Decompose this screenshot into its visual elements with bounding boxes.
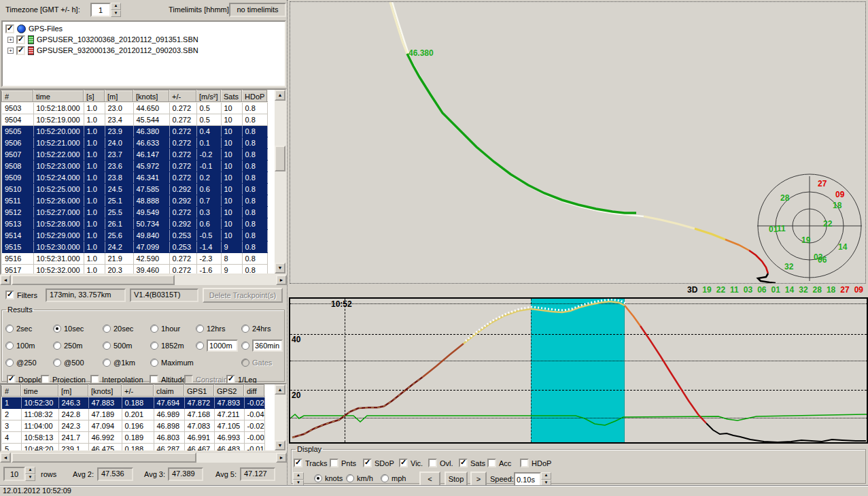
scroll-left-icon[interactable]: ◄ bbox=[0, 452, 11, 463]
scroll-thumb[interactable] bbox=[275, 146, 285, 171]
track-map-panel[interactable]: 46.380 270918282219011114030632 bbox=[290, 1, 866, 284]
radio-icon[interactable] bbox=[53, 325, 61, 333]
radio-1hour[interactable]: 1hour bbox=[150, 325, 180, 333]
radio-icon[interactable] bbox=[241, 342, 249, 350]
step-back-button[interactable]: < bbox=[419, 472, 440, 486]
radio-icon[interactable] bbox=[150, 325, 158, 333]
unit-radio-mph[interactable]: mph bbox=[381, 474, 406, 482]
checkbox-icon[interactable] bbox=[487, 459, 496, 467]
column-header[interactable]: [m] bbox=[58, 385, 88, 397]
expand-icon[interactable]: + bbox=[7, 37, 14, 43]
table-row[interactable]: 950310:52:18.0001.023.044.6500.2720.5100… bbox=[2, 102, 267, 114]
radio-icon[interactable] bbox=[5, 342, 14, 350]
tree-file-item[interactable]: + GPSUSER_932000136_20120112_090203.SBN bbox=[4, 45, 285, 56]
spin-up-icon[interactable]: ▲ bbox=[111, 3, 121, 10]
radio-icon[interactable] bbox=[103, 342, 111, 350]
radio-@250[interactable]: @250 bbox=[5, 359, 37, 367]
radio-icon[interactable] bbox=[196, 342, 204, 350]
radio-icon[interactable] bbox=[346, 474, 354, 482]
radio-icon[interactable] bbox=[5, 325, 14, 333]
radio-icon[interactable] bbox=[53, 359, 61, 367]
table-row[interactable]: 950910:52:24.0001.023.846.3410.2720.2100… bbox=[2, 171, 267, 183]
table-row[interactable]: 410:58:13241.746.9920.18946.80346.99146.… bbox=[2, 431, 264, 443]
table-row[interactable]: 951110:52:26.0001.025.148.8880.2920.7100… bbox=[2, 195, 267, 206]
column-header[interactable]: +/- bbox=[122, 385, 154, 397]
column-header[interactable]: [knots] bbox=[88, 385, 122, 397]
timezone-spin-buttons[interactable]: ▲▼ bbox=[111, 3, 121, 17]
table-row[interactable]: 950510:52:20.0001.023.946.3800.2720.4100… bbox=[2, 125, 267, 137]
checkbox-icon[interactable] bbox=[294, 459, 302, 467]
spin-up-icon[interactable]: ▲ bbox=[541, 472, 551, 480]
root-checkbox[interactable] bbox=[5, 24, 14, 33]
timezone-input[interactable] bbox=[90, 3, 111, 17]
custom-time-input[interactable] bbox=[252, 340, 283, 352]
table-row[interactable]: 950410:52:19.0001.023.445.5440.2720.5100… bbox=[2, 114, 267, 125]
file-checkbox[interactable] bbox=[16, 46, 25, 55]
graph-zoom-spinner[interactable]: ▲▼ bbox=[293, 472, 304, 487]
results-vscrollbar[interactable]: ▲ ▼ bbox=[275, 384, 285, 450]
table-row[interactable]: 951210:52:27.0001.025.549.5490.2720.3100… bbox=[2, 206, 267, 218]
replay-speed-input[interactable] bbox=[514, 472, 541, 486]
rows-input[interactable] bbox=[3, 467, 25, 481]
radio-custom-time[interactable] bbox=[241, 342, 249, 350]
tree-root-item[interactable]: GPS-Files bbox=[4, 23, 285, 34]
scroll-right-icon[interactable]: ► bbox=[276, 275, 287, 285]
column-header[interactable]: +/- bbox=[169, 90, 196, 102]
radio-100m[interactable]: 100m bbox=[5, 342, 35, 350]
spin-up-icon[interactable]: ▲ bbox=[293, 472, 304, 480]
radio-custom-distance[interactable] bbox=[196, 342, 204, 350]
display-checkbox-pnts[interactable]: Pnts bbox=[330, 459, 356, 467]
column-header[interactable]: HDoP bbox=[242, 90, 267, 102]
panel-divider[interactable] bbox=[287, 0, 288, 486]
radio-icon[interactable] bbox=[381, 474, 389, 482]
column-header[interactable]: [s] bbox=[84, 90, 105, 102]
display-checkbox-vic.[interactable]: Vic. bbox=[399, 459, 423, 467]
checkbox-icon[interactable] bbox=[520, 459, 529, 467]
column-header[interactable]: claim bbox=[154, 385, 184, 397]
filters-toggle[interactable]: Filters bbox=[5, 291, 37, 299]
radio-500m[interactable]: 500m bbox=[103, 342, 133, 350]
display-checkbox-acc[interactable]: Acc bbox=[487, 459, 511, 467]
column-header[interactable]: # bbox=[2, 90, 33, 102]
table-row[interactable]: 951410:52:29.0001.025.649.8400.253-0.510… bbox=[2, 229, 267, 241]
radio-Maximum[interactable]: Maximum bbox=[150, 359, 194, 367]
scroll-left-icon[interactable]: ◄ bbox=[0, 275, 11, 285]
display-checkbox-sdop[interactable]: SDoP bbox=[363, 459, 394, 467]
radio-gates[interactable]: Gates bbox=[241, 359, 272, 367]
display-checkbox-ovl.[interactable]: Ovl. bbox=[428, 459, 453, 467]
radio-20sec[interactable]: 20sec bbox=[103, 325, 133, 333]
file-checkbox[interactable] bbox=[16, 35, 25, 44]
table-row[interactable]: 311:04:00242.347.0940.19646.89847.08347.… bbox=[2, 420, 264, 431]
table-row[interactable]: 951610:52:31.0001.021.942.5900.272-2.380… bbox=[2, 252, 267, 264]
stop-button[interactable]: Stop bbox=[445, 472, 468, 486]
track-table-hscrollbar[interactable]: ◄ ► bbox=[0, 275, 287, 285]
scroll-thumb[interactable] bbox=[12, 452, 196, 463]
table-row[interactable]: 510:48:20239.146.4750.18846.28746.46746.… bbox=[2, 443, 264, 452]
checkbox-icon[interactable] bbox=[428, 459, 437, 467]
column-header[interactable]: diff bbox=[244, 385, 264, 397]
column-header[interactable]: time bbox=[33, 90, 84, 102]
table-row[interactable]: 950610:52:21.0001.024.046.6330.2720.1100… bbox=[2, 137, 267, 148]
radio-1852m[interactable]: 1852m bbox=[150, 342, 184, 350]
radio-@500[interactable]: @500 bbox=[53, 359, 84, 367]
radio-icon[interactable] bbox=[103, 325, 111, 333]
unit-radio-knots[interactable]: knots bbox=[314, 474, 343, 482]
filters-checkbox[interactable] bbox=[5, 291, 14, 299]
radio-icon[interactable] bbox=[53, 342, 61, 350]
display-checkbox-sats[interactable]: Sats bbox=[459, 459, 485, 467]
column-header[interactable]: [m/s²] bbox=[196, 90, 221, 102]
column-header[interactable]: GPS2 bbox=[214, 385, 244, 397]
spin-up-icon[interactable]: ▲ bbox=[25, 467, 35, 474]
rows-spin-buttons[interactable]: ▲▼ bbox=[25, 467, 35, 481]
speed-graph-panel[interactable]: 10:52 40 20 bbox=[289, 297, 868, 444]
track-table-vscrollbar[interactable]: ▲ ▼ bbox=[275, 90, 285, 274]
spin-down-icon[interactable]: ▼ bbox=[25, 474, 35, 482]
column-header[interactable]: [knots] bbox=[133, 90, 169, 102]
radio-icon[interactable] bbox=[150, 359, 158, 367]
column-header[interactable]: [m] bbox=[105, 90, 133, 102]
expand-icon[interactable]: + bbox=[7, 48, 14, 54]
table-row[interactable]: 950810:52:23.0001.023.645.9720.272-0.110… bbox=[2, 160, 267, 171]
replay-speed-spin-buttons[interactable]: ▲▼ bbox=[541, 472, 551, 486]
radio-@1km[interactable]: @1km bbox=[103, 359, 135, 367]
column-header[interactable]: time bbox=[21, 385, 58, 397]
